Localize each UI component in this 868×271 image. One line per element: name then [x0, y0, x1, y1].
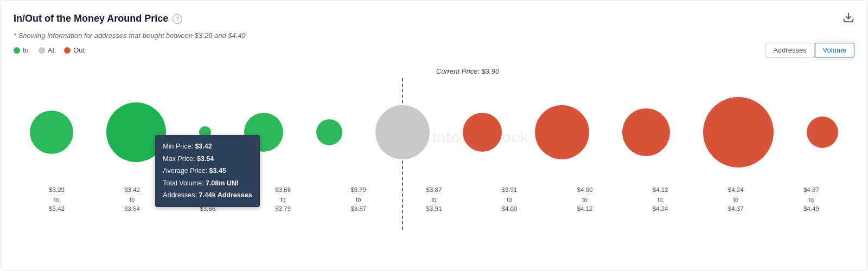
x-label-7: $3.91to$4.00	[502, 185, 518, 214]
help-icon[interactable]: ?	[173, 14, 182, 24]
legend-label-at: At	[48, 46, 54, 54]
tooltip-max-value: $3.54	[197, 155, 214, 163]
x-label-5: $3.79to$3.87	[350, 185, 366, 214]
tooltip-min-value: $3.42	[195, 143, 212, 150]
chart-area: IntoTheBlock Current Price: $3.90 Min Pr…	[14, 62, 854, 214]
chart-controls: Addresses Volume	[765, 43, 854, 57]
header-left: In/Out of the Money Around Price ?	[14, 13, 182, 24]
bubble-col-10	[703, 97, 774, 167]
subtitle: * Showing information for addresses that…	[14, 31, 854, 40]
tooltip: Min Price: $3.42 Max Price: $3.54 Averag…	[155, 135, 259, 207]
x-label-8: $4.00to$4.12	[577, 185, 593, 214]
x-label-1: $3.29to$3.42	[49, 185, 65, 214]
bubble-8	[535, 105, 589, 159]
bubble-col-9	[622, 108, 670, 156]
x-label-10: $4.24to$4.37	[728, 185, 744, 214]
bubble-5	[316, 119, 342, 145]
bubble-col-6	[375, 105, 430, 159]
legend-dot-at	[39, 47, 45, 54]
download-icon[interactable]	[843, 11, 854, 26]
bubble-10	[703, 97, 774, 167]
bubble-col-1	[30, 111, 73, 154]
tooltip-min-label: Min Price:	[163, 143, 193, 150]
bubble-1	[30, 111, 73, 154]
tooltip-max-label: Max Price:	[163, 155, 195, 163]
tooltip-addr-label: Addresses:	[163, 191, 197, 199]
legend-label-in: In	[23, 46, 29, 54]
bubble-col-11	[807, 117, 838, 148]
bubble-11	[807, 117, 838, 148]
x-label-6: $3.87to$3.91	[426, 185, 442, 214]
current-price-text: Current Price: $3.90	[436, 67, 499, 75]
x-label-2: $3.42to$3.54	[124, 185, 140, 214]
addresses-button[interactable]: Addresses	[765, 43, 814, 57]
volume-button[interactable]: Volume	[815, 43, 854, 57]
legend-out: Out	[64, 46, 85, 54]
legend-in: In	[14, 46, 29, 54]
legend-at: At	[39, 46, 54, 54]
tooltip-addr-value: 7.44k Addresses	[199, 191, 252, 199]
bubble-7	[463, 113, 502, 152]
bubble-9	[622, 108, 670, 156]
bubble-col-8	[535, 105, 589, 159]
chart-title: In/Out of the Money Around Price	[14, 13, 168, 24]
x-label-4: $3.66to$3.79	[275, 185, 291, 214]
header: In/Out of the Money Around Price ?	[14, 11, 854, 26]
legend-dot-out	[64, 47, 71, 54]
current-price-label: Current Price: $3.90	[436, 66, 499, 76]
bubble-col-5	[316, 119, 342, 145]
x-label-9: $4.12to$4.24	[653, 185, 668, 214]
legend-dot-in	[14, 47, 20, 54]
legend-label-out: Out	[73, 46, 85, 54]
bubbles-row: Min Price: $3.42 Max Price: $3.54 Averag…	[14, 83, 854, 181]
bubble-6	[375, 105, 430, 159]
chart-container: In/Out of the Money Around Price ? * Sho…	[0, 0, 868, 271]
x-label-11: $4.37to$4.49	[803, 185, 819, 214]
bubble-col-2: Min Price: $3.42 Max Price: $3.54 Averag…	[106, 102, 166, 162]
bubble-col-7	[463, 113, 502, 152]
x-labels: $3.29to$3.42 $3.42to$3.54 $3.54to$3.66 $…	[14, 185, 854, 214]
tooltip-avg-value: $3.45	[209, 167, 226, 175]
tooltip-vol-value: 7.08m UNI	[206, 179, 238, 187]
tooltip-vol-label: Total Volume:	[163, 179, 203, 187]
tooltip-avg-label: Average Price:	[163, 167, 207, 175]
legend: In At Out	[14, 46, 854, 54]
